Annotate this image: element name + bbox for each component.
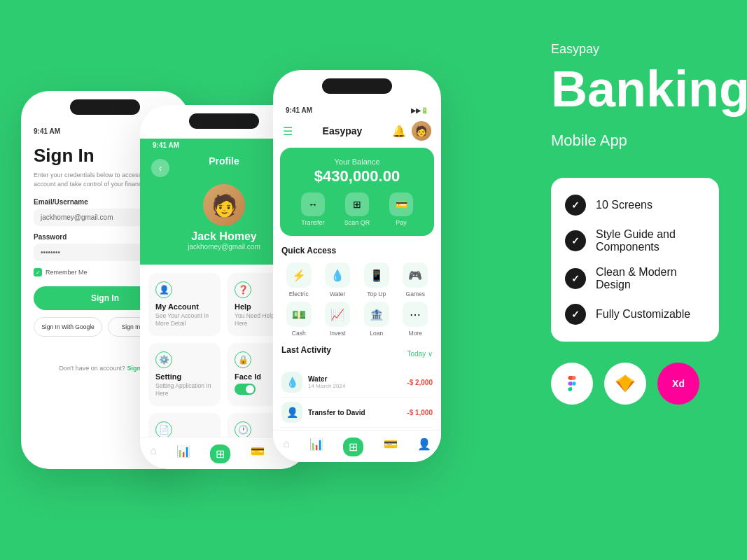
nav-card[interactable]: 💳 xyxy=(251,444,265,463)
dash-bottom-nav: ⌂ 📊 ⊞ 💳 👤 xyxy=(273,430,441,462)
quick-games[interactable]: 🎮 Games xyxy=(398,262,433,298)
help-icon: ❓ xyxy=(235,281,251,298)
faceid-toggle[interactable] xyxy=(235,384,256,395)
transfer-icon: ↔ xyxy=(301,192,325,216)
feature-check-1 xyxy=(565,195,586,216)
quick-topup[interactable]: 📱 Top Up xyxy=(359,262,394,298)
footer-text: Don't have on account? xyxy=(60,365,125,372)
feature-text-3: Clean & Modern Design xyxy=(596,266,705,291)
activity-transfer-amount: -$ 1,000 xyxy=(407,409,433,416)
menu-setting[interactable]: ⚙️ Setting Setting Application In Here xyxy=(148,343,221,406)
dash-status-icons: ▶▶🔋 xyxy=(411,107,428,114)
quick-cash[interactable]: 💵 Cash xyxy=(281,302,316,337)
activity-water-icon: 💧 xyxy=(281,372,302,393)
phone-notch xyxy=(70,99,140,115)
menu-icon-5: 📄 xyxy=(155,421,172,438)
feature-text-1: 10 Screens xyxy=(596,199,652,211)
figma-icon xyxy=(551,363,593,405)
quick-access-title: Quick Access xyxy=(281,246,433,255)
feature-customizable: Fully Customizable xyxy=(565,304,705,325)
last-activity-section: Last Activity Today ∨ 💧 Water 14 March 2… xyxy=(273,340,441,430)
pay-icon: 💳 xyxy=(389,192,413,216)
remember-me-label: Remember Me xyxy=(46,269,88,276)
pay-label: Pay xyxy=(396,219,407,226)
activity-water-date: 14 March 2024 xyxy=(308,383,345,389)
dash-avatar: 🧑 xyxy=(412,121,431,141)
dash-time: 9:41 AM xyxy=(286,106,312,114)
brand-title: Banking xyxy=(551,64,719,114)
google-signin-button[interactable]: Sign In With Google xyxy=(34,317,102,337)
quick-access-section: Quick Access ⚡ Electric 💧 Water 📱 Top Up… xyxy=(273,240,441,340)
menu-my-account[interactable]: 👤 My Account See Your Account in More De… xyxy=(148,273,221,336)
dash-header: ☰ Easypay 🔔 🧑 xyxy=(273,117,441,144)
brand-subtitle: Mobile App xyxy=(551,132,719,150)
more-icon: ⋯ xyxy=(403,302,428,327)
activity-water-name: Water xyxy=(308,375,345,383)
scanqr-action[interactable]: ⊞ Scan QR xyxy=(344,192,370,226)
nav-home[interactable]: ⌂ xyxy=(150,444,157,463)
quick-invest[interactable]: 📈 Invest xyxy=(321,302,356,337)
activity-water-amount: -$ 2,000 xyxy=(407,379,433,386)
dash-nav-stats[interactable]: 📊 xyxy=(309,438,323,456)
tools-row: Xd xyxy=(551,363,719,405)
activity-transfer-icon: 👤 xyxy=(281,402,302,423)
electric-label: Electric xyxy=(289,290,309,298)
topup-icon: 📱 xyxy=(364,262,389,288)
quick-more[interactable]: ⋯ More xyxy=(398,302,433,337)
dash-nav-card[interactable]: 💳 xyxy=(384,438,398,456)
feature-text-4: Fully Customizable xyxy=(596,308,690,321)
scanqr-label: Scan QR xyxy=(344,219,370,226)
invest-label: Invest xyxy=(330,330,346,337)
feature-text-2: Style Guide and Components xyxy=(596,228,705,253)
quick-water[interactable]: 💧 Water xyxy=(321,262,356,298)
balance-label: Your Balance xyxy=(291,158,423,166)
profile-back-button[interactable]: ‹ xyxy=(151,159,169,177)
balance-card: Your Balance $430,000.00 ↔ Transfer ⊞ Sc… xyxy=(280,148,434,236)
quick-electric[interactable]: ⚡ Electric xyxy=(281,262,316,298)
my-account-icon: 👤 xyxy=(155,281,172,298)
today-label[interactable]: Today ∨ xyxy=(407,350,433,358)
dash-nav-profile[interactable]: 👤 xyxy=(417,438,431,456)
games-label: Games xyxy=(406,290,425,298)
profile-time: 9:41 AM xyxy=(153,141,179,149)
loan-icon: 🏦 xyxy=(364,302,389,327)
remember-me-checkbox[interactable]: Remember Me xyxy=(34,268,88,276)
water-icon: 💧 xyxy=(325,262,350,288)
balance-amount: $430,000.00 xyxy=(291,167,423,186)
feature-styleguide: Style Guide and Components xyxy=(565,228,705,253)
setting-icon: ⚙️ xyxy=(155,351,172,368)
right-panel: Easypay Banking Mobile App 10 Screens St… xyxy=(523,0,747,560)
nav-qr[interactable]: ⊞ xyxy=(210,444,230,463)
nav-stats[interactable]: 📊 xyxy=(176,444,190,463)
signin-time: 9:41 AM xyxy=(34,127,60,135)
balance-actions: ↔ Transfer ⊞ Scan QR 💳 Pay xyxy=(291,192,423,226)
games-icon: 🎮 xyxy=(403,262,428,288)
checkbox-check xyxy=(34,268,42,276)
transfer-action[interactable]: ↔ Transfer xyxy=(301,192,325,226)
feature-check-4 xyxy=(565,304,586,325)
dash-bell-icon[interactable]: 🔔 xyxy=(392,125,406,138)
dash-nav-home[interactable]: ⌂ xyxy=(283,438,290,456)
invest-icon: 📈 xyxy=(325,302,350,327)
phone-dash-notch xyxy=(322,78,392,94)
features-card: 10 Screens Style Guide and Components Cl… xyxy=(551,178,719,342)
feature-screens: 10 Screens xyxy=(565,195,705,216)
phone-dashboard: 9:41 AM ▶▶🔋 ☰ Easypay 🔔 🧑 Your Balance $… xyxy=(273,70,441,462)
transfer-label: Transfer xyxy=(301,219,324,226)
electric-icon: ⚡ xyxy=(286,262,312,288)
feature-modern: Clean & Modern Design xyxy=(565,266,705,291)
cash-label: Cash xyxy=(292,330,306,337)
faceid-icon: 🔒 xyxy=(235,351,251,368)
setting-title: Setting xyxy=(155,372,214,381)
quick-access-grid: ⚡ Electric 💧 Water 📱 Top Up 🎮 Games 💵 Ca… xyxy=(281,262,433,337)
activity-transfer-name: Transfer to David xyxy=(308,409,365,416)
scanqr-icon: ⊞ xyxy=(345,192,369,216)
xd-icon: Xd xyxy=(657,363,699,405)
topup-label: Top Up xyxy=(367,290,386,298)
dash-status-bar: 9:41 AM ▶▶🔋 xyxy=(273,104,441,117)
profile-avatar: 🧑 xyxy=(203,184,245,226)
dash-nav-qr[interactable]: ⊞ xyxy=(343,438,363,456)
dash-menu-icon[interactable]: ☰ xyxy=(283,125,293,138)
pay-action[interactable]: 💳 Pay xyxy=(389,192,413,226)
quick-loan[interactable]: 🏦 Loan xyxy=(359,302,394,337)
